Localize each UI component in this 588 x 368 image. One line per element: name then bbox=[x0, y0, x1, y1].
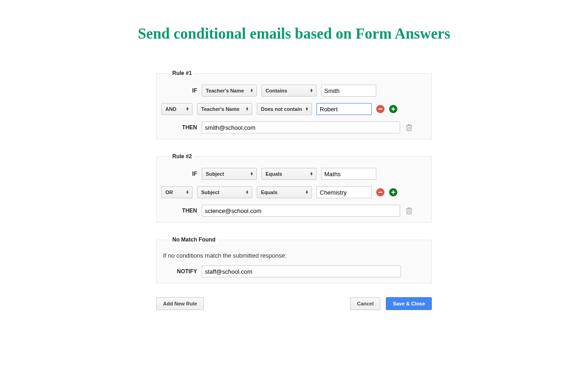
condition-row: OR▲▼Subject▲▼Equals▲▼ bbox=[161, 186, 427, 198]
condition-row: AND▲▼Teacher's Name▲▼Does not contain▲▼ bbox=[161, 103, 427, 115]
value-input[interactable] bbox=[317, 103, 372, 115]
remove-condition-button[interactable] bbox=[376, 105, 384, 113]
then-label: THEN bbox=[161, 124, 197, 131]
then-input[interactable] bbox=[202, 205, 400, 217]
operator-select[interactable]: Equals▲▼ bbox=[261, 168, 317, 180]
svg-rect-6 bbox=[379, 192, 382, 193]
page-title: Send conditional emails based on Form An… bbox=[0, 25, 588, 42]
rule-legend: Rule #2 bbox=[170, 153, 194, 160]
svg-rect-8 bbox=[393, 190, 394, 194]
svg-rect-2 bbox=[393, 107, 394, 111]
rule-legend: Rule #1 bbox=[170, 70, 194, 76]
value-input[interactable] bbox=[321, 168, 376, 180]
no-match-legend: No Match Found bbox=[170, 236, 217, 243]
then-input[interactable] bbox=[202, 121, 400, 133]
spinner-icon: ▲▼ bbox=[186, 190, 189, 194]
delete-rule-button[interactable] bbox=[405, 207, 413, 214]
notify-input[interactable] bbox=[202, 265, 401, 277]
logic-select[interactable]: AND▲▼ bbox=[161, 103, 192, 115]
spinner-icon: ▲▼ bbox=[305, 190, 309, 194]
add-condition-button[interactable] bbox=[389, 188, 397, 196]
field-select[interactable]: Teacher's Name▲▼ bbox=[202, 85, 257, 97]
condition-row: IFTeacher's Name▲▼Contains▲▼ bbox=[161, 85, 427, 97]
field-select[interactable]: Subject▲▼ bbox=[197, 186, 252, 198]
rule-box: Rule #1IFTeacher's Name▲▼Contains▲▼AND▲▼… bbox=[156, 70, 432, 139]
spinner-icon: ▲▼ bbox=[186, 107, 189, 111]
if-label: IF bbox=[161, 87, 197, 94]
add-new-rule-button[interactable]: Add New Rule bbox=[156, 297, 204, 310]
value-input[interactable] bbox=[317, 186, 372, 198]
value-input[interactable] bbox=[321, 85, 376, 97]
spinner-icon: ▲▼ bbox=[250, 172, 254, 176]
if-label: IF bbox=[161, 171, 197, 177]
delete-rule-button[interactable] bbox=[405, 124, 413, 131]
then-row: THEN bbox=[161, 121, 427, 133]
save-close-button[interactable]: Save & Close bbox=[386, 297, 432, 310]
then-row: THEN bbox=[161, 205, 427, 217]
field-select[interactable]: Subject▲▼ bbox=[202, 168, 257, 180]
svg-rect-0 bbox=[379, 109, 382, 109]
operator-select[interactable]: Does not contain▲▼ bbox=[257, 103, 312, 115]
spinner-icon: ▲▼ bbox=[310, 172, 313, 176]
spinner-icon: ▲▼ bbox=[245, 107, 249, 111]
no-match-description: If no conditions match the submitted res… bbox=[163, 252, 427, 259]
operator-select[interactable]: Equals▲▼ bbox=[257, 186, 312, 198]
operator-select[interactable]: Contains▲▼ bbox=[261, 85, 317, 97]
remove-condition-button[interactable] bbox=[376, 188, 384, 196]
field-select[interactable]: Teacher's Name▲▼ bbox=[197, 103, 252, 115]
then-label: THEN bbox=[161, 207, 197, 214]
logic-select[interactable]: OR▲▼ bbox=[161, 186, 192, 198]
cancel-button[interactable]: Cancel bbox=[350, 297, 380, 310]
spinner-icon: ▲▼ bbox=[310, 89, 313, 92]
notify-label: NOTIFY bbox=[161, 268, 197, 275]
spinner-icon: ▲▼ bbox=[305, 107, 309, 111]
no-match-box: No Match Found If no conditions match th… bbox=[156, 236, 432, 283]
rule-box: Rule #2IFSubject▲▼Equals▲▼OR▲▼Subject▲▼E… bbox=[156, 153, 432, 223]
spinner-icon: ▲▼ bbox=[250, 89, 254, 92]
add-condition-button[interactable] bbox=[389, 105, 397, 113]
spinner-icon: ▲▼ bbox=[245, 190, 249, 194]
condition-row: IFSubject▲▼Equals▲▼ bbox=[161, 168, 427, 180]
